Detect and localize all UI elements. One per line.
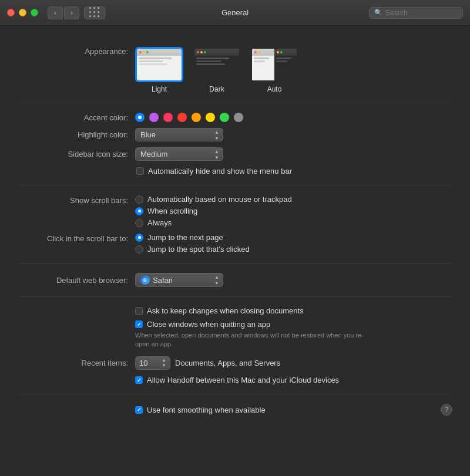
click-spot-option[interactable]: Jump to the spot that's clicked — [135, 245, 250, 254]
click-scroll-label: Click in the scroll bar to: — [18, 233, 135, 243]
font-smoothing-row: Use font smoothing when available ? — [135, 404, 452, 416]
scroll-when-scrolling-label: When scrolling — [147, 207, 197, 215]
accent-swatch-graphite[interactable] — [234, 113, 243, 122]
sidebar-icon-size-value: Medium — [140, 150, 167, 158]
appearance-dark-label: Dark — [209, 85, 224, 93]
browser-row: Default web browser: ⊕ Safari ▲▼ — [18, 273, 452, 287]
close-windows-helper: When selected, open documents and window… — [135, 331, 370, 349]
scroll-when-scrolling-option[interactable]: When scrolling — [135, 207, 292, 215]
close-windows-text: Close windows when quitting an app — [147, 320, 270, 329]
handoff-text: Allow Handoff between this Mac and your … — [147, 376, 339, 384]
appearance-option-light[interactable]: Light — [135, 47, 183, 93]
content-area: Appearance: — [0, 26, 470, 476]
accent-swatch-pink[interactable] — [163, 113, 173, 122]
recent-items-suffix: Documents, Apps, and Servers — [175, 359, 280, 367]
scroll-bars-label: Show scroll bars: — [18, 195, 135, 205]
search-input[interactable] — [385, 9, 458, 17]
font-smoothing-section: Use font smoothing when available ? — [18, 394, 452, 425]
scroll-always-radio[interactable] — [135, 219, 143, 227]
appearance-options: Light — [135, 47, 298, 93]
scroll-when-scrolling-radio[interactable] — [135, 207, 143, 215]
help-button[interactable]: ? — [441, 404, 452, 416]
dropdown-arrows: ▲▼ — [214, 129, 219, 140]
back-button[interactable]: ‹ — [48, 6, 63, 19]
scroll-auto-label: Automatically based on mouse or trackpad — [147, 195, 292, 204]
browser-value: Safari — [153, 276, 173, 285]
ask-changes-row: Ask to keep changes when closing documen… — [135, 306, 452, 315]
search-bar[interactable]: 🔍 — [369, 7, 463, 19]
highlight-color-row: Highlight color: Blue ▲▼ — [18, 128, 452, 141]
safari-icon: ⊕ — [140, 275, 150, 285]
sidebar-icon-size-row: Sidebar icon size: Medium ▲▼ — [18, 147, 452, 161]
recent-items-stepper[interactable]: 10 ▲ ▼ — [135, 356, 170, 370]
search-icon: 🔍 — [374, 9, 382, 16]
menu-bar-text: Automatically hide and show the menu bar — [148, 167, 292, 175]
handoff-checkbox-row[interactable]: Allow Handoff between this Mac and your … — [135, 376, 339, 384]
close-windows-checkbox-row[interactable]: Close windows when quitting an app — [135, 320, 270, 329]
accent-swatch-yellow[interactable] — [206, 113, 215, 122]
close-button[interactable] — [7, 9, 15, 16]
handoff-checkbox[interactable] — [135, 376, 143, 384]
close-windows-checkbox[interactable] — [135, 320, 143, 328]
highlight-color-dropdown[interactable]: Blue ▲▼ — [135, 128, 223, 141]
font-smoothing-text: Use font smoothing when available — [147, 406, 266, 414]
stepper-down[interactable]: ▼ — [162, 363, 166, 369]
close-docs-section: Ask to keep changes when closing documen… — [18, 297, 452, 394]
click-next-page-label: Jump to the next page — [147, 233, 223, 242]
recent-items-value: 10 — [139, 359, 147, 367]
appearance-section: Appearance: — [18, 38, 452, 103]
close-windows-row: Close windows when quitting an app — [135, 320, 452, 329]
click-scroll-options: Jump to the next page Jump to the spot t… — [135, 233, 250, 254]
scroll-auto-option[interactable]: Automatically based on mouse or trackpad — [135, 195, 292, 204]
apps-grid-button[interactable] — [84, 6, 105, 19]
menu-bar-checkbox[interactable] — [136, 167, 144, 175]
traffic-lights — [7, 9, 38, 16]
ask-changes-checkbox-row[interactable]: Ask to keep changes when closing documen… — [135, 306, 304, 315]
click-spot-radio[interactable] — [135, 245, 143, 254]
menu-bar-row: Automatically hide and show the menu bar — [135, 167, 452, 175]
scroll-auto-radio[interactable] — [135, 195, 143, 204]
font-smoothing-checkbox[interactable] — [135, 406, 143, 414]
minimize-button[interactable] — [19, 9, 26, 16]
appearance-thumb-light — [135, 47, 183, 82]
scroll-always-option[interactable]: Always — [135, 218, 292, 227]
browser-section: Default web browser: ⊕ Safari ▲▼ — [18, 264, 452, 297]
window-title: General — [221, 8, 249, 17]
ask-changes-checkbox[interactable] — [135, 307, 143, 315]
appearance-auto-label: Auto — [267, 85, 282, 93]
click-next-page-option[interactable]: Jump to the next page — [135, 233, 250, 242]
browser-label: Default web browser: — [18, 276, 135, 285]
recent-items-row: Recent items: 10 ▲ ▼ Documents, Apps, an… — [18, 356, 452, 370]
scroll-bars-row: Show scroll bars: Automatically based on… — [18, 195, 452, 227]
click-spot-label: Jump to the spot that's clicked — [147, 245, 250, 254]
sidebar-icon-size-label: Sidebar icon size: — [18, 150, 135, 158]
accent-color-section: Accent color: Highlight color: Blue ▲▼ — [18, 103, 452, 185]
font-smoothing-checkbox-row[interactable]: Use font smoothing when available — [135, 406, 266, 414]
sidebar-size-arrows: ▲▼ — [214, 148, 219, 160]
ask-changes-text: Ask to keep changes when closing documen… — [147, 306, 304, 315]
titlebar: ‹ › General 🔍 — [0, 0, 470, 26]
scroll-always-label: Always — [147, 218, 172, 227]
appearance-thumb-auto — [250, 47, 298, 82]
accent-swatch-red[interactable] — [177, 113, 187, 122]
accent-color-label: Accent color: — [18, 113, 135, 122]
accent-swatch-purple[interactable] — [149, 113, 159, 122]
appearance-option-auto[interactable]: Auto — [250, 47, 298, 93]
appearance-label: Appearance: — [18, 47, 135, 56]
accent-swatch-orange[interactable] — [192, 113, 201, 122]
accent-swatch-green[interactable] — [220, 113, 229, 122]
scroll-bars-options: Automatically based on mouse or trackpad… — [135, 195, 292, 227]
forward-button[interactable]: › — [64, 6, 79, 19]
maximize-button[interactable] — [31, 9, 38, 16]
browser-dropdown-arrows: ▲▼ — [214, 275, 219, 286]
accent-swatch-blue[interactable] — [135, 113, 145, 122]
appearance-thumb-dark — [193, 47, 241, 82]
browser-dropdown[interactable]: ⊕ Safari ▲▼ — [135, 273, 223, 287]
menu-bar-checkbox-row[interactable]: Automatically hide and show the menu bar — [136, 167, 292, 175]
nav-buttons: ‹ › — [48, 6, 79, 19]
click-next-page-radio[interactable] — [135, 234, 143, 242]
appearance-option-dark[interactable]: Dark — [193, 47, 241, 93]
scroll-bars-section: Show scroll bars: Automatically based on… — [18, 185, 452, 264]
appearance-light-label: Light — [152, 85, 167, 93]
sidebar-icon-size-dropdown[interactable]: Medium ▲▼ — [135, 147, 223, 161]
